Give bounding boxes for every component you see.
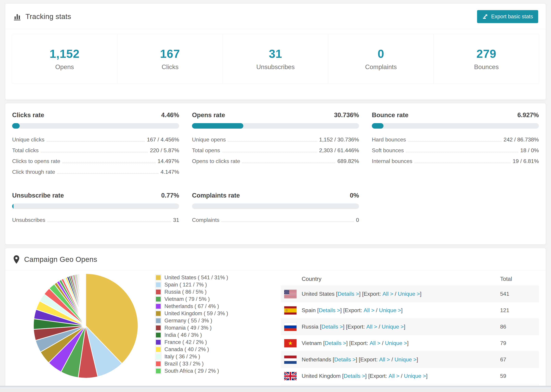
clicks-rate-title: Clicks rate [12, 112, 44, 119]
clicks-rate-bar-fill [12, 123, 20, 129]
export-unique-link[interactable]: Unique > [385, 340, 407, 346]
row-value: 167 / 4.456% [147, 136, 179, 143]
export-all-link[interactable]: All > [379, 357, 390, 363]
export-unique-link[interactable]: Unique > [404, 373, 426, 379]
details-link[interactable]: Details > [322, 324, 343, 330]
stat-bounces: 279 Bounces [434, 34, 539, 84]
row-value: 689.82% [338, 158, 359, 164]
dotted-leader [47, 221, 171, 222]
table-row: Russia [Details >] [Export: All > / Uniq… [281, 318, 539, 335]
united-states-flag-icon [284, 290, 297, 298]
dotted-leader [242, 162, 335, 163]
legend-label: Romania ( 49 / 3% ) [164, 325, 212, 331]
dotted-leader [47, 141, 145, 141]
legend-label: United States ( 541 / 31% ) [164, 274, 228, 281]
legend-swatch [156, 340, 161, 345]
export-basic-stats-button[interactable]: Export basic stats [477, 10, 538, 23]
legend-swatch [156, 304, 161, 309]
unsubscribes-count: 31 [269, 47, 282, 60]
country-total: 79 [500, 340, 539, 346]
geo-header: Campaign Geo Opens [5, 248, 546, 270]
legend-item[interactable]: India ( 46 / 3% ) [156, 331, 265, 339]
stat-row: Soft bounces18 / 0% [372, 147, 539, 154]
row-value: 14.497% [158, 158, 179, 164]
details-link[interactable]: Details > [344, 373, 365, 379]
legend-label: Spain ( 121 / 7% ) [164, 282, 207, 288]
country-total: 86 [500, 324, 539, 330]
unsubscribe-rate-value: 0.77% [161, 192, 179, 199]
country-name: Russia [302, 324, 318, 330]
legend-item[interactable]: South Africa ( 29 / 2% ) [156, 367, 265, 375]
legend-label: South Africa ( 29 / 2% ) [164, 368, 219, 374]
legend-item[interactable]: France ( 42 / 2% ) [156, 339, 265, 346]
dotted-leader [221, 221, 354, 222]
page-title: Tracking stats [26, 13, 71, 21]
details-link[interactable]: Details > [338, 291, 359, 297]
clicks-rate-block: Clicks rate 4.46% Unique clicks167 / 4.4… [12, 112, 179, 180]
tracking-stats-header: Tracking stats Export basic stats [5, 4, 546, 29]
legend-item[interactable]: Canada ( 40 / 2% ) [156, 346, 265, 353]
export-all-link[interactable]: All > [382, 291, 393, 297]
unsubscribe-rate-bar [12, 203, 179, 209]
export-all-link[interactable]: All > [370, 340, 380, 346]
bounce-rate-value: 6.927% [517, 112, 539, 119]
dashboard-page: Tracking stats Export basic stats 1,152 … [0, 0, 551, 392]
bounce-rate-bar [372, 123, 539, 129]
geo-pie-chart[interactable] [32, 272, 140, 380]
row-value: 18 / 0% [520, 147, 539, 154]
dotted-leader [414, 162, 511, 163]
row-label: Clicks to opens rate [12, 158, 60, 164]
unsubscribe-rate-title: Unsubscribe rate [12, 192, 64, 199]
opens-label: Opens [55, 63, 74, 71]
row-label: Complaints [192, 217, 219, 223]
export-all-link[interactable]: All > [389, 373, 399, 379]
bounce-rate-block: Bounce rate 6.927% Hard bounces242 / 86.… [372, 112, 539, 180]
legend-item[interactable]: Romania ( 49 / 3% ) [156, 324, 265, 331]
stat-opens: 1,152 Opens [12, 34, 117, 84]
dotted-leader [406, 152, 518, 152]
stat-row: Unique clicks167 / 4.456% [12, 136, 179, 143]
geo-body: United States ( 541 / 31% ) Spain ( 121 … [5, 270, 546, 392]
export-unique-link[interactable]: Unique > [379, 307, 401, 314]
table-row: United Kingdom [Details >] [Export: All … [281, 368, 539, 384]
details-link[interactable]: Details > [334, 357, 356, 363]
row-value: 2,303 / 61.446% [319, 147, 359, 154]
legend-item[interactable]: Italy ( 36 / 2% ) [156, 353, 265, 360]
export-all-link[interactable]: All > [366, 324, 377, 330]
legend-item[interactable]: United Kingdom ( 59 / 3% ) [156, 310, 265, 317]
row-label: Soft bounces [372, 147, 404, 154]
legend-label: Canada ( 40 / 2% ) [164, 346, 209, 352]
legend-item[interactable]: United States ( 541 / 31% ) [156, 274, 265, 281]
legend-item[interactable]: Germany ( 55 / 3% ) [156, 317, 265, 324]
details-link[interactable]: Details > [319, 307, 340, 314]
legend-label: Netherlands ( 67 / 4% ) [164, 303, 219, 309]
legend-swatch [156, 333, 161, 337]
legend-swatch [156, 369, 161, 373]
legend-swatch [156, 318, 161, 323]
export-unique-link[interactable]: Unique > [382, 324, 404, 330]
country-name: United Kingdom [302, 373, 341, 379]
dotted-leader [57, 173, 159, 174]
legend-swatch [156, 361, 161, 366]
row-value: 19 / 6.81% [513, 158, 539, 164]
legend-item[interactable]: Brazil ( 33 / 2% ) [156, 360, 265, 367]
legend-label: Brazil ( 33 / 2% ) [164, 361, 204, 367]
geo-legend: United States ( 541 / 31% ) Spain ( 121 … [156, 274, 265, 375]
dotted-leader [62, 162, 155, 163]
bounces-label: Bounces [474, 63, 499, 71]
complaints-label: Complaints [365, 63, 397, 71]
legend-item[interactable]: Netherlands ( 67 / 4% ) [156, 303, 265, 310]
vietnam-flag-icon [284, 339, 297, 347]
details-link[interactable]: Details > [325, 340, 346, 346]
legend-swatch [156, 311, 161, 316]
geo-opens-card: Campaign Geo Opens United States ( 541 /… [5, 248, 546, 392]
export-unique-link[interactable]: Unique > [395, 357, 417, 363]
legend-item[interactable]: Russia ( 86 / 5% ) [156, 288, 265, 295]
legend-item[interactable]: Spain ( 121 / 7% ) [156, 281, 265, 288]
legend-item[interactable]: Vietnam ( 79 / 5% ) [156, 295, 265, 303]
export-button-label: Export basic stats [491, 14, 533, 20]
export-unique-link[interactable]: Unique > [398, 291, 420, 297]
export-all-link[interactable]: All > [364, 307, 374, 314]
table-row: Netherlands [Details >] [Export: All > /… [281, 351, 539, 368]
clicks-count: 167 [160, 47, 180, 60]
